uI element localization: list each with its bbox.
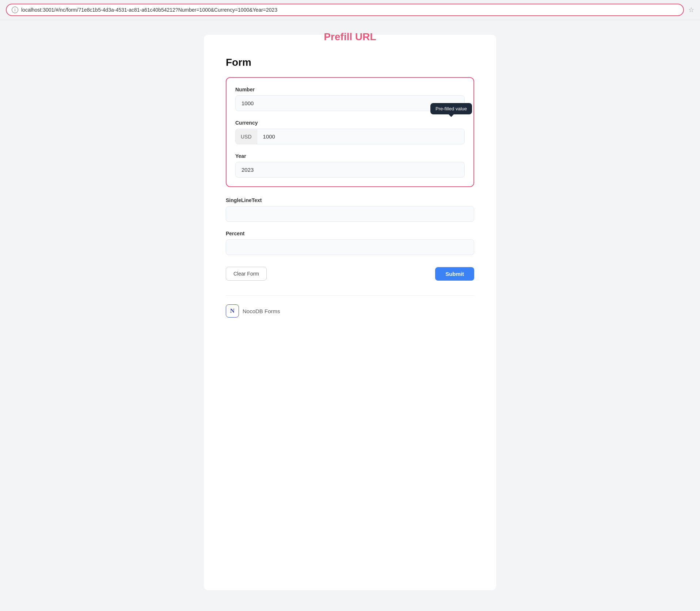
percent-label: Percent [226, 231, 474, 236]
currency-amount-input[interactable] [257, 129, 464, 144]
buttons-row: Clear Form Submit [226, 267, 474, 281]
bookmark-icon[interactable]: ☆ [688, 6, 694, 14]
address-bar-wrapper: i [6, 4, 684, 16]
percent-input[interactable] [226, 239, 474, 255]
clear-form-button[interactable]: Clear Form [226, 267, 267, 281]
prefilled-section: Number Currency Pre-filled value USD Yea… [226, 77, 474, 187]
submit-button[interactable]: Submit [435, 267, 474, 281]
percent-field-group: Percent [226, 231, 474, 255]
currency-field-group: Currency Pre-filled value USD [235, 120, 465, 144]
info-icon: i [12, 7, 18, 13]
singlelinetext-input[interactable] [226, 206, 474, 222]
currency-input-wrapper: USD [235, 129, 465, 144]
year-input[interactable] [235, 162, 465, 178]
currency-label: Currency [235, 120, 465, 126]
prefill-url-label: Prefill URL [324, 31, 376, 43]
footer: N NocoDB Forms [226, 295, 474, 318]
address-bar-input[interactable] [21, 7, 678, 13]
form-container: Prefill URL Form Number Currency Pre-fil… [204, 35, 496, 590]
year-field-group: Year [235, 153, 465, 178]
singlelinetext-label: SingleLineText [226, 197, 474, 203]
number-label: Number [235, 87, 465, 92]
prefilled-tooltip: Pre-filled value [430, 103, 472, 114]
footer-brand-name: NocoDB Forms [243, 308, 280, 314]
singlelinetext-field-group: SingleLineText [226, 197, 474, 222]
page-content: Prefill URL Form Number Currency Pre-fil… [0, 20, 700, 611]
currency-prefix: USD [236, 129, 257, 144]
year-label: Year [235, 153, 465, 159]
form-title: Form [226, 57, 474, 68]
nocodb-logo-icon: N [226, 304, 239, 318]
browser-chrome: i ☆ [0, 0, 700, 20]
